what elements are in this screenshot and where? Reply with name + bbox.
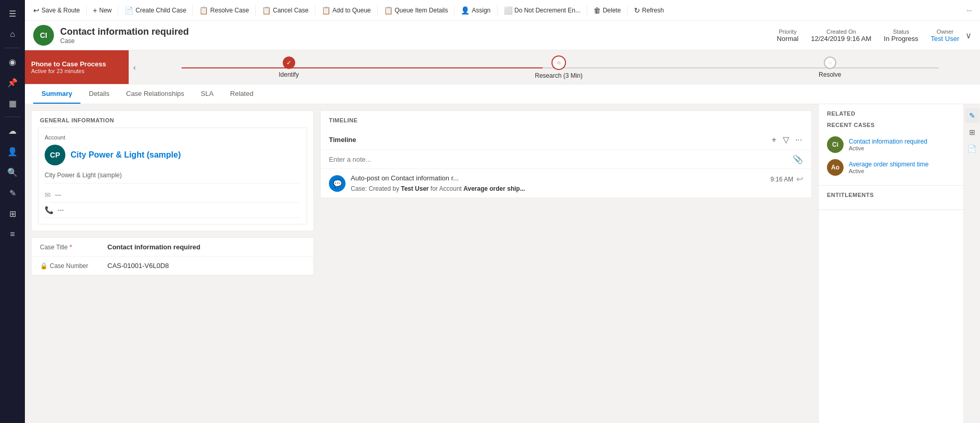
account-email-field: ✉ --- [45,188,300,203]
case-number-row: 🔒 Case Number CAS-01001-V6L0D8 [32,257,313,275]
add-queue-icon: 📋 [322,6,330,15]
assign-button[interactable]: 👤 Assign [457,4,494,17]
nav-search-icon[interactable]: 🔍 [3,163,22,181]
account-name[interactable]: City Power & Light (sample) [71,150,181,160]
cancel-case-button[interactable]: 📋 Cancel Case [258,4,313,17]
stage-research-label: Research (3 Min) [535,72,583,79]
nav-grid-icon[interactable]: ⊞ [3,204,22,223]
resolve-case-icon: 📋 [199,6,208,15]
meta-status: Status In Progress [884,29,918,43]
nav-pinned-icon[interactable]: 📌 [3,73,22,92]
process-bar: Phone to Case Process Active for 23 minu… [25,50,980,84]
create-child-case-button[interactable]: 📄 Create Child Case [120,4,190,17]
priority-label: Priority [777,29,798,35]
recent-case-title-0[interactable]: Contact information required [849,138,955,145]
case-number-label: 🔒 Case Number [40,262,107,270]
timeline-more-button[interactable]: ··· [794,134,803,146]
stage-resolve-circle: ○ [824,57,836,69]
toolbar-separator-4 [255,5,256,16]
timeline-filter-button[interactable]: ▽ [782,134,790,146]
nav-list-icon[interactable]: ≡ [3,225,22,244]
entitlements-title: ENTITLEMENTS [827,192,955,198]
recent-case-item-0[interactable]: Ci Contact information required Active [827,133,955,156]
timeline-note-input[interactable] [329,156,789,163]
tab-case-relationships[interactable]: Case Relationships [118,84,192,104]
timeline-header: Timeline + ▽ ··· [321,128,811,150]
tool-edit-button[interactable]: ✎ [965,108,979,123]
process-label[interactable]: Phone to Case Process Active for 23 minu… [25,50,129,84]
more-options-icon: ··· [967,7,972,14]
timeline-card: TIMELINE Timeline + ▽ ··· 📎 [320,110,812,198]
tab-related[interactable]: Related [222,84,262,104]
save-route-button[interactable]: ↩ Save & Route [29,4,84,17]
nav-divider-1 [5,48,20,48]
toolbar: ↩ Save & Route + New 📄 Create Child Case… [25,0,980,21]
timeline-item-body: Case: Created by Test User for Account A… [351,185,803,192]
owner-value[interactable]: Test User [931,35,959,43]
nav-people-icon[interactable]: 👤 [3,142,22,161]
created-on-label: Created On [811,29,871,35]
toolbar-separator-7 [454,5,454,16]
new-button[interactable]: + New [89,4,116,17]
related-section: RELATED RECENT CASES Ci Contact informat… [819,104,963,186]
entitlements-section: ENTITLEMENTS [819,186,963,210]
account-card: Account CP City Power & Light (sample) C… [38,128,307,224]
add-to-queue-button[interactable]: 📋 Add to Queue [318,4,375,17]
record-title: Contact information required [60,26,770,37]
stage-research[interactable]: ○ Research (3 Min) [535,55,583,79]
record-avatar: CI [33,25,54,46]
recent-case-avatar-0: Ci [827,136,844,153]
timeline-actions: + ▽ ··· [770,134,803,146]
account-label: Account [45,134,300,140]
body-user: Test User [401,185,429,192]
header-meta: Priority Normal Created On 12/24/2019 9:… [777,29,959,43]
tool-doc-button[interactable]: 📄 [965,142,979,156]
nav-recent-icon[interactable]: ◉ [3,52,22,71]
refresh-button[interactable]: ↻ Refresh [630,4,668,17]
nav-home-icon[interactable]: ⌂ [3,25,22,44]
header-expand-chevron[interactable]: ∨ [965,31,972,40]
do-not-decrement-button[interactable]: ⬜ Do Not Decrement En... [500,4,585,17]
recent-case-title-1[interactable]: Average order shipment time [849,161,955,168]
new-icon: + [93,6,97,15]
timeline-reply-button[interactable]: ↩ [796,174,803,184]
recent-case-info-0: Contact information required Active [849,138,955,151]
recent-case-info-1: Average order shipment time Active [849,161,955,174]
more-options-button[interactable]: ··· [962,5,976,16]
tab-summary[interactable]: Summary [33,84,80,104]
do-not-dec-icon: ⬜ [504,6,513,15]
toolbar-separator-2 [118,5,118,16]
delete-button[interactable]: 🗑 Delete [589,4,625,17]
meta-owner[interactable]: Owner Test User [931,29,959,43]
tool-grid-button[interactable]: ⊞ [965,125,979,139]
process-collapse-button[interactable]: ‹ [129,50,140,84]
nav-pen-icon[interactable]: ✎ [3,184,22,202]
timeline-add-button[interactable]: + [770,134,777,146]
timeline-note-area: 📎 [321,150,811,169]
toolbar-separator-3 [192,5,193,16]
body-prefix: Case: Created by [351,185,401,192]
recent-case-item-1[interactable]: Ao Average order shipment time Active [827,156,955,179]
toolbar-separator-5 [315,5,315,16]
nav-apps-icon[interactable]: ▦ [3,94,22,112]
case-title-required-indicator: * [70,244,72,251]
resolve-case-button[interactable]: 📋 Resolve Case [195,4,253,17]
priority-value: Normal [777,35,798,43]
nav-menu-icon[interactable]: ☰ [3,4,22,23]
queue-item-details-button[interactable]: 📋 Queue Item Details [380,4,452,17]
toolbar-separator-9 [587,5,587,16]
account-phone-value: --- [58,206,64,214]
process-line-active [182,67,543,68]
created-on-value: 12/24/2019 9:16 AM [811,35,871,43]
nav-cloud-icon[interactable]: ☁ [3,121,22,140]
tab-details[interactable]: Details [80,84,118,104]
timeline-title: Timeline [329,136,770,144]
tab-sla[interactable]: SLA [192,84,222,104]
main-content: ↩ Save & Route + New 📄 Create Child Case… [25,0,980,423]
lock-icon: 🔒 [40,262,48,270]
account-email-value: --- [55,191,61,199]
toolbar-separator-1 [86,5,87,16]
stage-resolve[interactable]: ○ Resolve [819,57,841,78]
stage-identify[interactable]: ✓ Identify [279,57,299,78]
stage-research-circle: ○ [551,55,566,70]
